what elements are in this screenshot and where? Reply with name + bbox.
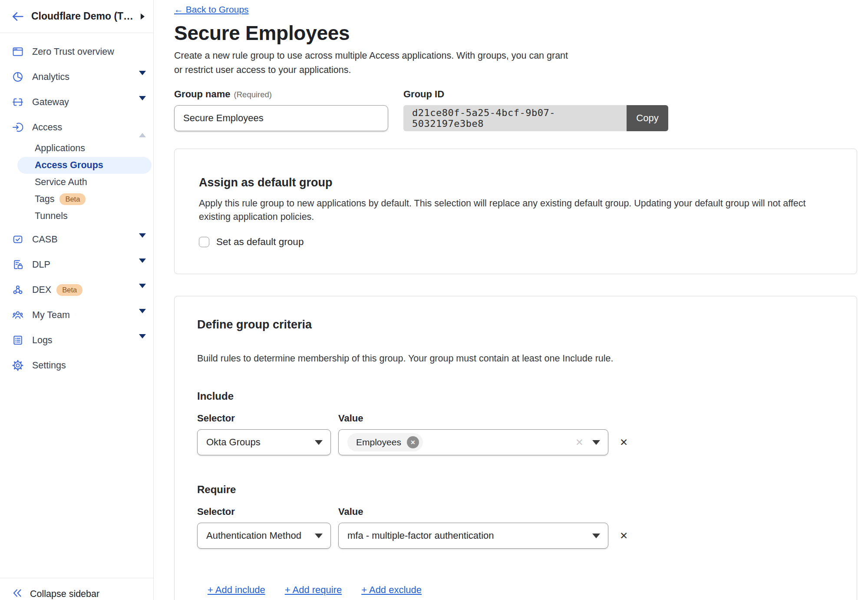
selector-column-label: Selector xyxy=(197,413,338,425)
require-value-text: mfa - multiple-factor authentication xyxy=(347,530,494,541)
sidebar-item-access-groups[interactable]: Access Groups xyxy=(17,157,152,174)
account-expand-icon[interactable] xyxy=(141,13,145,20)
sidebar-item-access[interactable]: Access xyxy=(0,115,153,140)
sidebar-item-tags[interactable]: Tags Beta xyxy=(0,191,153,208)
back-to-groups-link[interactable]: ← Back to Groups xyxy=(174,4,249,15)
group-id-label: Group ID xyxy=(403,89,668,101)
chevron-down-icon[interactable] xyxy=(139,100,146,108)
account-name: Cloudflare Demo (T… xyxy=(31,10,141,22)
access-login-icon xyxy=(12,121,26,133)
chevron-down-icon[interactable] xyxy=(139,338,146,346)
chevron-down-icon[interactable] xyxy=(139,75,146,83)
group-id-box: d21ce80f-5a25-4bcf-9b07-5032197e3be8 Cop… xyxy=(403,105,668,131)
main-content: ← Back to Groups Secure Employees Create… xyxy=(154,0,868,600)
collapse-sidebar-label: Collapse sidebar xyxy=(30,589,99,600)
clear-selection-icon[interactable]: ✕ xyxy=(575,438,584,448)
sidebar-item-label: Applications xyxy=(35,143,85,154)
require-heading: Require xyxy=(197,483,834,496)
sidebar-item-casb[interactable]: CASB xyxy=(0,227,153,252)
add-exclude-link[interactable]: + Add exclude xyxy=(361,584,422,596)
beta-badge: Beta xyxy=(59,193,86,205)
page-description: Create a new rule group to use across mu… xyxy=(174,49,868,77)
set-default-checkbox[interactable] xyxy=(199,237,209,247)
include-labels-row: Selector Value xyxy=(197,413,834,425)
sidebar-item-label: Analytics xyxy=(32,72,69,83)
sidebar-item-gateway[interactable]: Gateway xyxy=(0,90,153,115)
group-name-label-text: Group name xyxy=(174,89,231,99)
chevron-down-icon[interactable] xyxy=(139,238,146,245)
sidebar-item-analytics[interactable]: Analytics xyxy=(0,64,153,90)
require-selector-dropdown[interactable]: Authentication Method xyxy=(197,523,331,549)
collapse-sidebar-button[interactable]: Collapse sidebar xyxy=(0,578,153,600)
gear-icon xyxy=(12,359,26,371)
sidebar-item-zero-trust-overview[interactable]: Zero Trust overview xyxy=(0,39,153,64)
require-rule-row: Authentication Method mfa - multiple-fac… xyxy=(197,523,834,549)
sidebar-header: Cloudflare Demo (T… xyxy=(0,0,153,33)
double-chevron-left-icon xyxy=(12,587,23,600)
sidebar-item-dlp[interactable]: DLP xyxy=(0,252,153,277)
pie-chart-icon xyxy=(12,71,26,83)
include-heading: Include xyxy=(197,390,834,403)
value-chip-label: Employees xyxy=(356,437,401,448)
chevron-up-icon[interactable] xyxy=(139,126,146,133)
back-arrow-icon[interactable] xyxy=(11,10,26,23)
sidebar: Cloudflare Demo (T… Zero Trust overview … xyxy=(0,0,154,600)
page-title: Secure Employees xyxy=(174,21,868,45)
chevron-down-icon[interactable] xyxy=(139,263,146,271)
sidebar-item-label: Tunnels xyxy=(35,211,68,222)
group-name-label: Group name(Required) xyxy=(174,89,388,101)
group-id-value: d21ce80f-5a25-4bcf-9b07-5032197e3be8 xyxy=(403,105,627,131)
browser-window-icon xyxy=(12,46,26,58)
copy-button[interactable]: Copy xyxy=(627,105,668,131)
dropdown-caret-icon xyxy=(592,440,600,445)
sidebar-item-my-team[interactable]: My Team xyxy=(0,302,153,328)
cluster-network-icon xyxy=(12,284,26,296)
sidebar-item-tunnels[interactable]: Tunnels xyxy=(0,208,153,225)
group-name-id-row: Group name(Required) Group ID d21ce80f-5… xyxy=(174,89,868,131)
access-sub-list: Applications Access Groups Service Auth … xyxy=(0,140,153,225)
sidebar-item-label: Settings xyxy=(32,360,66,371)
sidebar-item-logs[interactable]: Logs xyxy=(0,328,153,353)
people-icon xyxy=(12,309,26,321)
sidebar-nav: Zero Trust overview Analytics Gateway xyxy=(0,33,153,378)
casb-check-icon xyxy=(12,233,26,245)
remove-require-rule-button[interactable]: ✕ xyxy=(620,531,628,541)
selector-column-label: Selector xyxy=(197,506,338,518)
sidebar-item-label: Tags xyxy=(35,194,54,205)
include-selector-dropdown[interactable]: Okta Groups xyxy=(197,429,331,455)
remove-include-rule-button[interactable]: ✕ xyxy=(620,438,628,448)
beta-badge: Beta xyxy=(56,284,83,296)
gateway-icon xyxy=(12,96,26,108)
criteria-card-title: Define group criteria xyxy=(197,317,834,332)
sidebar-item-service-auth[interactable]: Service Auth xyxy=(0,174,153,191)
include-value-multiselect[interactable]: Employees ✕ ✕ xyxy=(338,429,608,455)
default-group-card-body: Apply this rule group to new application… xyxy=(199,197,831,224)
require-value-dropdown[interactable]: mfa - multiple-factor authentication xyxy=(338,523,608,549)
sidebar-item-label: Gateway xyxy=(32,97,69,108)
dropdown-caret-icon xyxy=(315,534,323,538)
criteria-card-body: Build rules to determine membership of t… xyxy=(197,352,829,365)
default-group-card: Assign as default group Apply this rule … xyxy=(174,149,857,274)
sidebar-item-label: Zero Trust overview xyxy=(32,46,114,57)
sidebar-item-settings[interactable]: Settings xyxy=(0,353,153,378)
sidebar-item-label: My Team xyxy=(32,310,70,321)
group-name-field: Group name(Required) xyxy=(174,89,388,131)
chevron-down-icon[interactable] xyxy=(139,313,146,321)
add-require-link[interactable]: + Add require xyxy=(285,584,342,596)
page-description-line1: Create a new rule group to use across mu… xyxy=(174,49,868,63)
dropdown-caret-icon xyxy=(315,440,323,445)
sidebar-item-dex[interactable]: DEX Beta xyxy=(0,277,153,302)
sidebar-item-label: DEX xyxy=(32,285,51,295)
value-chip: Employees ✕ xyxy=(347,433,423,451)
add-include-link[interactable]: + Add include xyxy=(208,584,265,596)
chevron-down-icon[interactable] xyxy=(139,288,146,296)
chip-remove-icon[interactable]: ✕ xyxy=(407,436,419,448)
criteria-card: Define group criteria Build rules to det… xyxy=(174,296,857,600)
dropdown-caret-icon xyxy=(592,534,600,538)
default-group-card-title: Assign as default group xyxy=(199,175,832,190)
value-column-label: Value xyxy=(338,413,363,425)
sidebar-item-applications[interactable]: Applications xyxy=(0,140,153,157)
group-name-input[interactable] xyxy=(174,105,388,131)
value-column-label: Value xyxy=(338,506,363,518)
require-selector-value: Authentication Method xyxy=(206,530,301,541)
